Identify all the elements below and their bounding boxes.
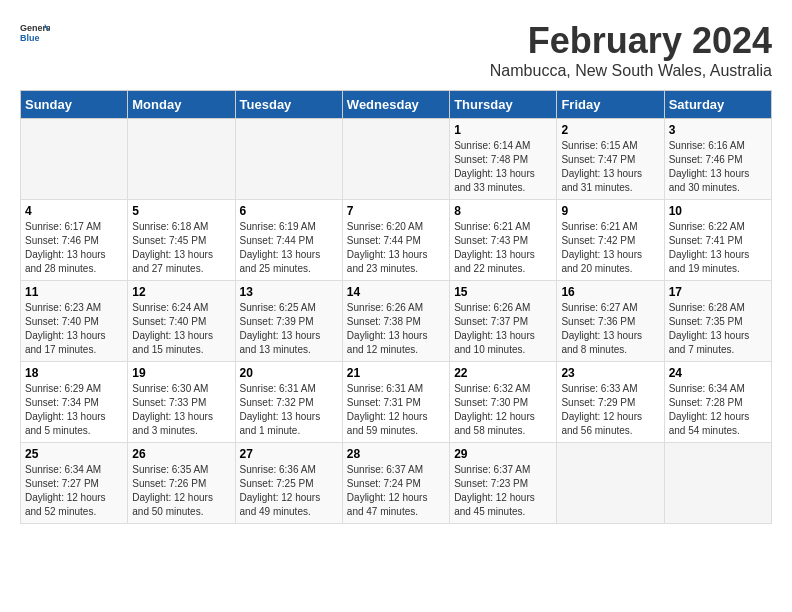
calendar-cell: 12Sunrise: 6:24 AMSunset: 7:40 PMDayligh… — [128, 281, 235, 362]
calendar-cell — [557, 443, 664, 524]
day-number: 1 — [454, 123, 552, 137]
calendar-cell: 3Sunrise: 6:16 AMSunset: 7:46 PMDaylight… — [664, 119, 771, 200]
day-number: 12 — [132, 285, 230, 299]
day-number: 7 — [347, 204, 445, 218]
day-info: Sunrise: 6:20 AMSunset: 7:44 PMDaylight:… — [347, 220, 445, 276]
calendar-cell: 1Sunrise: 6:14 AMSunset: 7:48 PMDaylight… — [450, 119, 557, 200]
calendar-cell: 14Sunrise: 6:26 AMSunset: 7:38 PMDayligh… — [342, 281, 449, 362]
day-number: 22 — [454, 366, 552, 380]
day-info: Sunrise: 6:33 AMSunset: 7:29 PMDaylight:… — [561, 382, 659, 438]
day-number: 6 — [240, 204, 338, 218]
day-info: Sunrise: 6:15 AMSunset: 7:47 PMDaylight:… — [561, 139, 659, 195]
calendar-cell — [342, 119, 449, 200]
calendar-cell — [235, 119, 342, 200]
day-info: Sunrise: 6:30 AMSunset: 7:33 PMDaylight:… — [132, 382, 230, 438]
calendar-cell: 29Sunrise: 6:37 AMSunset: 7:23 PMDayligh… — [450, 443, 557, 524]
header-day-wednesday: Wednesday — [342, 91, 449, 119]
week-row-1: 1Sunrise: 6:14 AMSunset: 7:48 PMDaylight… — [21, 119, 772, 200]
day-info: Sunrise: 6:35 AMSunset: 7:26 PMDaylight:… — [132, 463, 230, 519]
header-day-saturday: Saturday — [664, 91, 771, 119]
day-number: 29 — [454, 447, 552, 461]
day-info: Sunrise: 6:21 AMSunset: 7:42 PMDaylight:… — [561, 220, 659, 276]
day-info: Sunrise: 6:36 AMSunset: 7:25 PMDaylight:… — [240, 463, 338, 519]
calendar-cell: 16Sunrise: 6:27 AMSunset: 7:36 PMDayligh… — [557, 281, 664, 362]
calendar-cell: 25Sunrise: 6:34 AMSunset: 7:27 PMDayligh… — [21, 443, 128, 524]
day-info: Sunrise: 6:14 AMSunset: 7:48 PMDaylight:… — [454, 139, 552, 195]
day-info: Sunrise: 6:26 AMSunset: 7:37 PMDaylight:… — [454, 301, 552, 357]
calendar-table: SundayMondayTuesdayWednesdayThursdayFrid… — [20, 90, 772, 524]
day-number: 21 — [347, 366, 445, 380]
calendar-cell: 22Sunrise: 6:32 AMSunset: 7:30 PMDayligh… — [450, 362, 557, 443]
day-info: Sunrise: 6:37 AMSunset: 7:23 PMDaylight:… — [454, 463, 552, 519]
day-number: 4 — [25, 204, 123, 218]
day-info: Sunrise: 6:34 AMSunset: 7:28 PMDaylight:… — [669, 382, 767, 438]
day-info: Sunrise: 6:31 AMSunset: 7:31 PMDaylight:… — [347, 382, 445, 438]
calendar-cell: 11Sunrise: 6:23 AMSunset: 7:40 PMDayligh… — [21, 281, 128, 362]
day-info: Sunrise: 6:28 AMSunset: 7:35 PMDaylight:… — [669, 301, 767, 357]
calendar-cell: 21Sunrise: 6:31 AMSunset: 7:31 PMDayligh… — [342, 362, 449, 443]
calendar-cell: 13Sunrise: 6:25 AMSunset: 7:39 PMDayligh… — [235, 281, 342, 362]
calendar-cell: 7Sunrise: 6:20 AMSunset: 7:44 PMDaylight… — [342, 200, 449, 281]
day-info: Sunrise: 6:22 AMSunset: 7:41 PMDaylight:… — [669, 220, 767, 276]
day-info: Sunrise: 6:32 AMSunset: 7:30 PMDaylight:… — [454, 382, 552, 438]
title-section: February 2024 Nambucca, New South Wales,… — [490, 20, 772, 80]
header-day-thursday: Thursday — [450, 91, 557, 119]
day-number: 3 — [669, 123, 767, 137]
calendar-cell: 24Sunrise: 6:34 AMSunset: 7:28 PMDayligh… — [664, 362, 771, 443]
header: General Blue February 2024 Nambucca, New… — [20, 20, 772, 80]
day-number: 28 — [347, 447, 445, 461]
calendar-cell: 26Sunrise: 6:35 AMSunset: 7:26 PMDayligh… — [128, 443, 235, 524]
calendar-cell: 10Sunrise: 6:22 AMSunset: 7:41 PMDayligh… — [664, 200, 771, 281]
day-info: Sunrise: 6:21 AMSunset: 7:43 PMDaylight:… — [454, 220, 552, 276]
day-number: 13 — [240, 285, 338, 299]
day-number: 17 — [669, 285, 767, 299]
day-info: Sunrise: 6:34 AMSunset: 7:27 PMDaylight:… — [25, 463, 123, 519]
day-info: Sunrise: 6:24 AMSunset: 7:40 PMDaylight:… — [132, 301, 230, 357]
calendar-cell: 4Sunrise: 6:17 AMSunset: 7:46 PMDaylight… — [21, 200, 128, 281]
calendar-cell — [664, 443, 771, 524]
day-number: 2 — [561, 123, 659, 137]
logo: General Blue — [20, 20, 50, 50]
day-info: Sunrise: 6:27 AMSunset: 7:36 PMDaylight:… — [561, 301, 659, 357]
header-day-tuesday: Tuesday — [235, 91, 342, 119]
day-number: 16 — [561, 285, 659, 299]
day-number: 11 — [25, 285, 123, 299]
header-day-friday: Friday — [557, 91, 664, 119]
header-row: SundayMondayTuesdayWednesdayThursdayFrid… — [21, 91, 772, 119]
day-info: Sunrise: 6:26 AMSunset: 7:38 PMDaylight:… — [347, 301, 445, 357]
calendar-cell: 18Sunrise: 6:29 AMSunset: 7:34 PMDayligh… — [21, 362, 128, 443]
day-info: Sunrise: 6:17 AMSunset: 7:46 PMDaylight:… — [25, 220, 123, 276]
header-day-monday: Monday — [128, 91, 235, 119]
day-number: 15 — [454, 285, 552, 299]
day-info: Sunrise: 6:37 AMSunset: 7:24 PMDaylight:… — [347, 463, 445, 519]
calendar-cell: 5Sunrise: 6:18 AMSunset: 7:45 PMDaylight… — [128, 200, 235, 281]
calendar-cell — [21, 119, 128, 200]
day-info: Sunrise: 6:18 AMSunset: 7:45 PMDaylight:… — [132, 220, 230, 276]
calendar-cell: 27Sunrise: 6:36 AMSunset: 7:25 PMDayligh… — [235, 443, 342, 524]
day-number: 26 — [132, 447, 230, 461]
logo-icon: General Blue — [20, 20, 50, 50]
week-row-3: 11Sunrise: 6:23 AMSunset: 7:40 PMDayligh… — [21, 281, 772, 362]
day-number: 24 — [669, 366, 767, 380]
subtitle: Nambucca, New South Wales, Australia — [490, 62, 772, 80]
svg-text:Blue: Blue — [20, 33, 40, 43]
day-info: Sunrise: 6:31 AMSunset: 7:32 PMDaylight:… — [240, 382, 338, 438]
calendar-cell: 19Sunrise: 6:30 AMSunset: 7:33 PMDayligh… — [128, 362, 235, 443]
week-row-4: 18Sunrise: 6:29 AMSunset: 7:34 PMDayligh… — [21, 362, 772, 443]
day-info: Sunrise: 6:16 AMSunset: 7:46 PMDaylight:… — [669, 139, 767, 195]
week-row-2: 4Sunrise: 6:17 AMSunset: 7:46 PMDaylight… — [21, 200, 772, 281]
day-number: 20 — [240, 366, 338, 380]
day-number: 10 — [669, 204, 767, 218]
calendar-cell: 2Sunrise: 6:15 AMSunset: 7:47 PMDaylight… — [557, 119, 664, 200]
calendar-cell: 28Sunrise: 6:37 AMSunset: 7:24 PMDayligh… — [342, 443, 449, 524]
calendar-cell — [128, 119, 235, 200]
day-info: Sunrise: 6:19 AMSunset: 7:44 PMDaylight:… — [240, 220, 338, 276]
day-number: 27 — [240, 447, 338, 461]
day-info: Sunrise: 6:25 AMSunset: 7:39 PMDaylight:… — [240, 301, 338, 357]
header-day-sunday: Sunday — [21, 91, 128, 119]
day-number: 25 — [25, 447, 123, 461]
day-number: 19 — [132, 366, 230, 380]
calendar-cell: 23Sunrise: 6:33 AMSunset: 7:29 PMDayligh… — [557, 362, 664, 443]
main-title: February 2024 — [490, 20, 772, 62]
day-number: 5 — [132, 204, 230, 218]
